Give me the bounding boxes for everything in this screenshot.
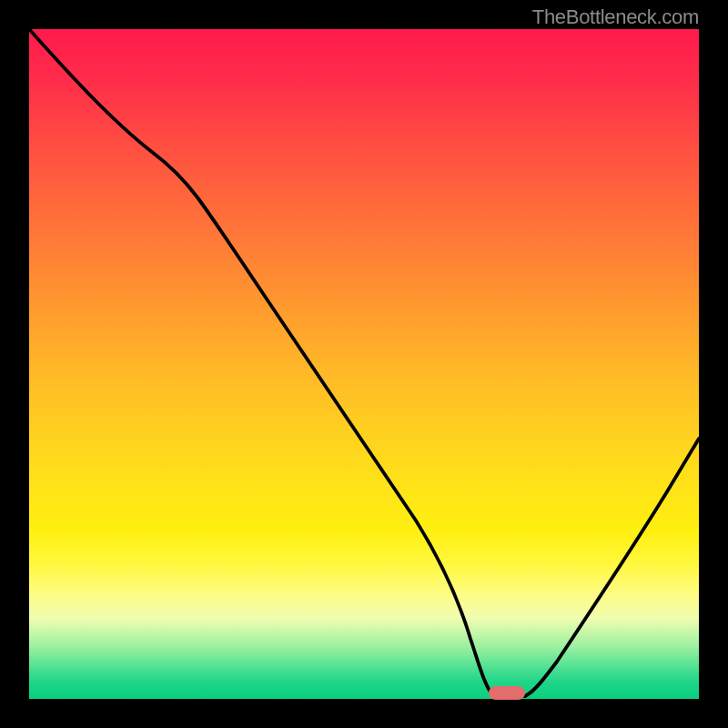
optimal-marker (489, 686, 525, 700)
watermark-text: TheBottleneck.com (532, 5, 699, 29)
bottleneck-curve (29, 29, 699, 696)
curve-layer (29, 29, 699, 699)
chart-container: TheBottleneck.com (0, 0, 728, 728)
plot-area (29, 29, 699, 699)
